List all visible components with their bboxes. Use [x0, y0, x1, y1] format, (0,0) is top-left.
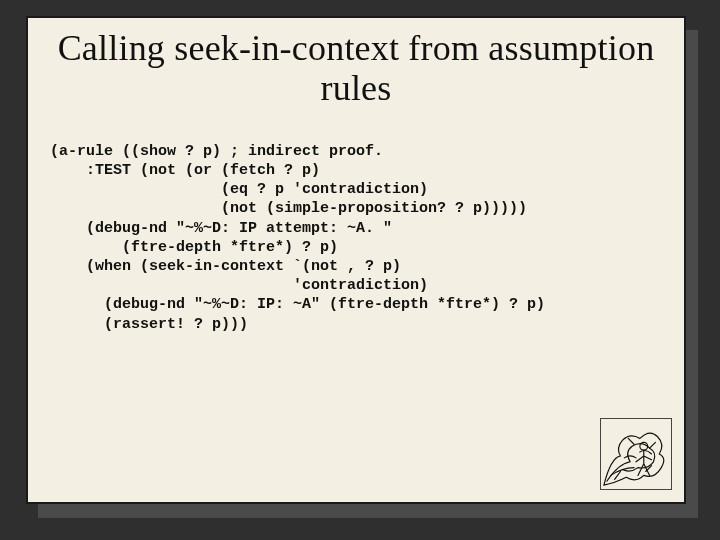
code-line: (a-rule ((show ? p) ; indirect proof. — [50, 143, 383, 160]
code-line: (debug-nd "~%~D: IP attempt: ~A. " — [50, 220, 392, 237]
code-line: (ftre-depth *ftre*) ? p) — [50, 239, 338, 256]
decorative-corner-icon — [600, 418, 672, 490]
code-line: (eq ? p 'contradiction) — [50, 181, 428, 198]
code-line: (when (seek-in-context `(not , ? p) — [50, 258, 401, 275]
code-line: (not (simple-proposition? ? p))))) — [50, 200, 527, 217]
slide: Calling seek-in-context from assumption … — [26, 16, 686, 504]
code-line: 'contradiction) — [50, 277, 428, 294]
scribble-figure-icon — [601, 419, 671, 489]
code-block: (a-rule ((show ? p) ; indirect proof. :T… — [50, 123, 684, 353]
code-line: (debug-nd "~%~D: IP: ~A" (ftre-depth *ft… — [50, 296, 545, 313]
code-line: (rassert! ? p))) — [50, 316, 248, 333]
code-line: :TEST (not (or (fetch ? p) — [50, 162, 320, 179]
slide-title: Calling seek-in-context from assumption … — [48, 28, 664, 109]
slide-stage: Calling seek-in-context from assumption … — [0, 0, 720, 540]
